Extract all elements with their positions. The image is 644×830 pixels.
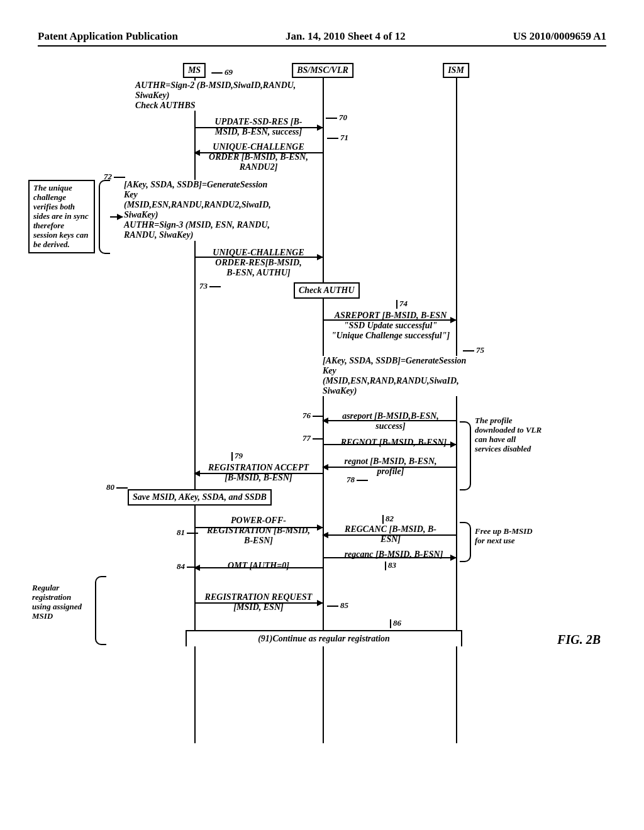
ref-76: 76 (303, 411, 326, 421)
ref-70: 70 (324, 113, 347, 123)
ref-82: 82 (380, 514, 394, 524)
msg-73: UNIQUE-CHALLENGE ORDER-RES[B-MSID, B-ESN… (196, 248, 321, 278)
ref-71: 71 (325, 133, 348, 143)
header-left: Patent Application Publication (38, 30, 178, 43)
msg-81: POWER-OFF- REGISTRATION [B-MSID, B-ESN] (196, 516, 321, 546)
header-right: US 2010/0009659 A1 (513, 30, 606, 43)
brace-profile (460, 421, 471, 490)
msg-78: regnot [B-MSID, B-ESN, profile] (328, 456, 453, 477)
ref-77: 77 (303, 434, 326, 443)
msg-76: asreport [B-MSID,B-ESN, success] (328, 411, 453, 431)
step-80-proc: Save MSID, AKey, SSDA, and SSDB (128, 489, 272, 506)
note-free: Free up B-MSID for next use (475, 526, 544, 547)
step-75-proc: [AKey, SSDA, SSDB]=GenerateSession Key (… (323, 356, 486, 396)
msg-74: ASREPORT [B-MSID, B-ESN "SSD Update succ… (328, 311, 453, 341)
msg-77: REGNOT [B-MSID, B-ESN] (328, 438, 460, 448)
ref-74: 74 (394, 299, 408, 309)
header-center: Jan. 14, 2010 Sheet 4 of 12 (286, 30, 406, 43)
ref-73: 73 (199, 282, 223, 291)
ref-86: 86 (388, 619, 401, 628)
msg-79: REGISTRATION ACCEPT [B-MSID, B-ESN] (196, 463, 321, 483)
actor-ms: MS (183, 63, 206, 78)
brace-sync (99, 180, 110, 254)
msg-82: REGCANC [B-MSID, B- ESN] (328, 524, 453, 545)
msg-71: UNIQUE-CHALLENGE ORDER [B-MSID, B-ESN, R… (196, 142, 321, 172)
brace-reg (95, 576, 106, 645)
actor-bs: BS/MSC/VLR (292, 63, 353, 78)
check-authu: Check AUTHU (294, 282, 360, 299)
figure-label: FIG. 2B (557, 633, 601, 647)
msg-85: REGISTRATION REQUEST [MSID, ESN] (196, 592, 321, 612)
msg-70: UPDATE-SSD-RES [B- MSID, B-ESN, success] (196, 117, 321, 137)
continue-box: (91)Continue as regular registration (186, 630, 462, 646)
brace-free (460, 522, 471, 562)
ref-83: 83 (383, 561, 396, 570)
ref-69: 69 (209, 68, 233, 77)
note-sync: The unique challenge verifies both sides… (28, 180, 95, 253)
sequence-diagram: MS BS/MSC/VLR ISM AUTHR=Sign-2 (B-MSID,S… (97, 67, 588, 771)
brace-sync-arrow (110, 216, 123, 218)
ref-81: 81 (177, 528, 200, 538)
note-reg: Regular registration using assigned MSID (28, 581, 95, 624)
ref-78: 78 (347, 475, 370, 485)
ref-75: 75 (461, 346, 484, 355)
step-69-proc: AUTHR=Sign-2 (B-MSID,SiwaID,RANDU, SiwaK… (135, 80, 311, 111)
actor-ism: ISM (443, 63, 469, 78)
step-72-proc: [AKey, SSDA, SSDB]=GenerateSession Key (… (124, 180, 313, 241)
ref-85: 85 (325, 601, 348, 611)
msg-84: OMT [AUTH=0] (196, 561, 321, 571)
ref-80: 80 (106, 483, 130, 492)
msg-83: regcanc [B-MSID, B-ESN] (328, 550, 460, 560)
ref-84: 84 (177, 562, 200, 572)
note-profile: The profile downloaded to VLR can have a… (475, 415, 544, 455)
ref-72: 72 (104, 172, 127, 182)
ref-79: 79 (230, 451, 243, 461)
